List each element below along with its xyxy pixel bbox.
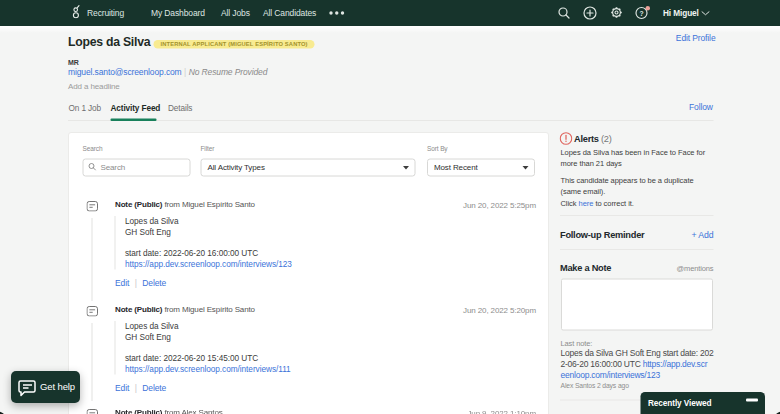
svg-text:?: ? [639,10,643,17]
